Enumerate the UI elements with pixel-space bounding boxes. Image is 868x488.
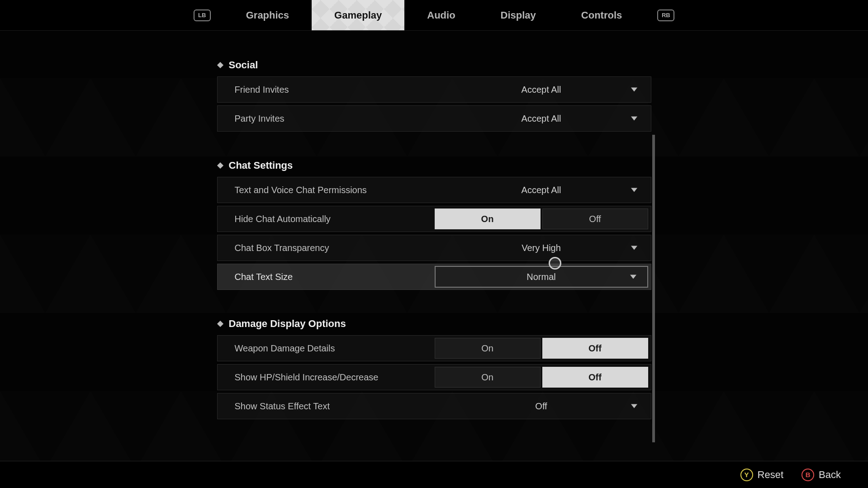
chevron-down-icon [631, 188, 637, 192]
toggle-off[interactable]: Off [542, 367, 648, 388]
tab-display[interactable]: Display [478, 0, 559, 30]
row-label: Hide Chat Automatically [218, 214, 435, 224]
toggle-off[interactable]: Off [542, 338, 648, 359]
b-button-icon: B [802, 469, 814, 481]
toggle-hide-chat-auto[interactable]: On Off [435, 208, 648, 229]
section-gap [217, 293, 651, 314]
row-hide-chat-auto[interactable]: Hide Chat Automatically On Off [217, 206, 651, 232]
reset-button[interactable]: Y Reset [740, 469, 783, 481]
back-label: Back [819, 469, 841, 481]
dropdown-chat-text-size[interactable]: Normal [435, 266, 648, 288]
dropdown-status-effect-text[interactable]: Off [435, 395, 648, 417]
tab-controls[interactable]: Controls [559, 0, 645, 30]
back-button[interactable]: B Back [802, 469, 841, 481]
row-friend-invites[interactable]: Friend Invites Accept All [217, 76, 651, 103]
section-title: Social [229, 59, 258, 71]
row-party-invites[interactable]: Party Invites Accept All [217, 105, 651, 132]
row-chat-text-size[interactable]: Chat Text Size Normal [217, 264, 651, 290]
diamond-icon [217, 62, 223, 68]
section-header-damage: Damage Display Options [217, 314, 651, 335]
section-title: Chat Settings [229, 160, 293, 171]
toggle-off[interactable]: Off [542, 208, 648, 229]
y-button-icon: Y [740, 469, 753, 481]
row-hp-shield[interactable]: Show HP/Shield Increase/Decrease On Off [217, 364, 651, 390]
row-label: Text and Voice Chat Permissions [218, 185, 435, 195]
section-header-social: Social [217, 56, 651, 76]
chevron-down-icon [631, 246, 637, 250]
bumper-right-icon[interactable]: RB [657, 9, 674, 21]
section-title: Damage Display Options [229, 318, 346, 330]
settings-column: Social Friend Invites Accept All Party I… [217, 56, 651, 461]
row-chat-transparency[interactable]: Chat Box Transparency Very High [217, 235, 651, 261]
section-header-chat: Chat Settings [217, 156, 651, 177]
row-status-effect-text[interactable]: Show Status Effect Text Off [217, 393, 651, 419]
tab-graphics[interactable]: Graphics [223, 0, 312, 30]
row-label: Chat Text Size [218, 272, 435, 282]
toggle-hp-shield[interactable]: On Off [435, 367, 648, 388]
row-label: Chat Box Transparency [218, 243, 435, 253]
scrollbar[interactable] [652, 135, 655, 442]
row-weapon-damage-details[interactable]: Weapon Damage Details On Off [217, 335, 651, 361]
row-label: Weapon Damage Details [218, 343, 435, 354]
row-label: Show HP/Shield Increase/Decrease [218, 372, 435, 383]
toggle-on[interactable]: On [435, 367, 541, 388]
top-nav: LB Graphics Gameplay Audio Display Contr… [0, 0, 868, 31]
toggle-on[interactable]: On [435, 208, 541, 229]
row-chat-permissions[interactable]: Text and Voice Chat Permissions Accept A… [217, 177, 651, 203]
tab-gameplay[interactable]: Gameplay [312, 0, 404, 30]
chevron-down-icon [630, 275, 636, 279]
chevron-down-icon [631, 404, 637, 408]
row-label: Party Invites [218, 114, 435, 124]
section-gap [217, 134, 651, 156]
dropdown-party-invites[interactable]: Accept All [435, 108, 648, 129]
diamond-icon [217, 162, 223, 169]
dropdown-value: Accept All [522, 85, 561, 95]
dropdown-chat-transparency[interactable]: Very High [435, 237, 648, 259]
row-label: Friend Invites [218, 85, 435, 95]
reset-label: Reset [758, 469, 783, 481]
dropdown-value: Accept All [522, 114, 561, 124]
chevron-down-icon [631, 88, 637, 92]
content-area: Social Friend Invites Accept All Party I… [0, 31, 868, 461]
footer-bar: Y Reset B Back [0, 461, 868, 488]
dropdown-value: Off [535, 401, 547, 412]
tab-audio[interactable]: Audio [404, 0, 478, 30]
dropdown-value: Normal [526, 272, 555, 282]
toggle-on[interactable]: On [435, 338, 541, 359]
diamond-icon [217, 321, 223, 327]
dropdown-chat-permissions[interactable]: Accept All [435, 179, 648, 201]
bumper-left-icon[interactable]: LB [194, 9, 211, 21]
row-label: Show Status Effect Text [218, 401, 435, 412]
chevron-down-icon [631, 117, 637, 121]
toggle-weapon-damage-details[interactable]: On Off [435, 338, 648, 359]
dropdown-value: Very High [522, 243, 561, 253]
dropdown-friend-invites[interactable]: Accept All [435, 79, 648, 100]
dropdown-value: Accept All [522, 185, 561, 195]
